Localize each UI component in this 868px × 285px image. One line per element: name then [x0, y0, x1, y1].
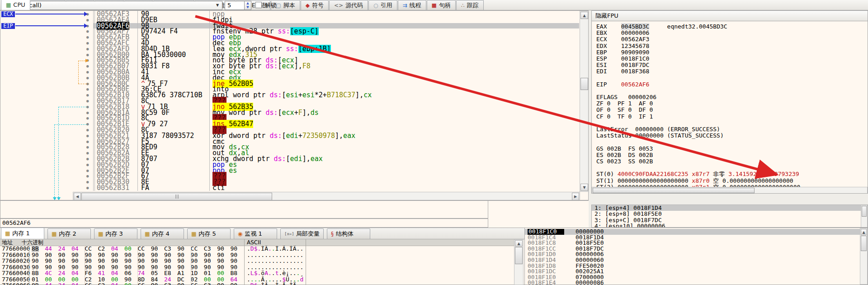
disasm-row[interactable]: ●00562B0A41inc ecx — [0, 69, 579, 75]
arguments-vscroll-thumb[interactable] — [862, 206, 867, 217]
disasm-row[interactable]: ●00562B1D8C??? — [0, 115, 579, 121]
breakpoint-dot[interactable]: ● — [86, 144, 89, 150]
register-line[interactable]: ESI 0018F7DC — [596, 62, 867, 68]
dump-row[interactable]: 776600608B442404CCC20400CC90C390CCC39090… — [0, 282, 514, 285]
tab-mem1[interactable]: ▦内存 1 — [1, 228, 44, 239]
tab-threads[interactable]: ⇉线程 — [398, 0, 426, 10]
arguments-list[interactable]: 1: [esp+4] 0018F1D42: [esp+8] 0018F5E03:… — [591, 204, 868, 228]
disasm-vscroll-thumb[interactable] — [580, 78, 588, 90]
breakpoint-dot[interactable]: ● — [86, 139, 89, 145]
tab-mem5[interactable]: ▦内存 5 — [187, 228, 231, 239]
register-line[interactable]: GS 002B FS 0053 — [596, 146, 867, 152]
disassembly-pane[interactable]: ●00562AF390nop●00562AF4D9EBfldpi●00562AF… — [0, 10, 589, 200]
calling-convention-select[interactable]: 默认 (stdcall) ▼ — [1, 1, 222, 10]
register-line[interactable]: CF 0 TF 0 IF 1 — [596, 114, 867, 120]
register-line[interactable]: EBP 90909090 — [596, 49, 867, 56]
registers-horizontal-scrollbar[interactable] — [592, 187, 868, 194]
register-line[interactable]: ZF 0 PF 1 AF 0 — [596, 100, 867, 107]
breakpoint-dot[interactable]: ● — [86, 115, 89, 121]
breakpoint-dot[interactable]: ● — [86, 156, 89, 162]
disasm-row[interactable]: ●00562AF4D9EBfldpi — [0, 17, 579, 23]
argument-row[interactable]: 4: [esp+10] 00000006 — [592, 223, 868, 228]
register-line[interactable]: LastError 00000000 (ERROR_SUCCESS) — [596, 126, 867, 133]
register-line[interactable]: ESP 0018F1C0 — [596, 56, 867, 62]
breakpoint-dot[interactable]: ● — [86, 28, 89, 34]
register-line[interactable]: CS 0023 SS 002B — [596, 158, 867, 165]
tab-struct[interactable]: §结构体 — [327, 228, 370, 239]
tab-references[interactable]: ○引用 — [368, 0, 397, 10]
arg-count-spin-buttons[interactable]: ▲▼ — [245, 1, 251, 10]
registers-pane[interactable]: 隐藏FPU EAX 0045BD3C eqnedt32.0045BD3CEBX … — [591, 10, 868, 194]
scroll-up-button[interactable]: ▲ — [515, 240, 523, 247]
breakpoint-dot[interactable]: ● — [86, 98, 89, 104]
scroll-up-button[interactable]: ▲ — [861, 229, 867, 235]
disasm-row[interactable]: ●00562AF7D97424 F4fnstenv m28 ptr ss:[es… — [0, 28, 579, 34]
tab-trace[interactable]: ∴跟踪 — [456, 0, 484, 10]
registers-hscroll-thumb[interactable] — [593, 188, 755, 193]
disasm-row[interactable]: ●00562B2E07pop es — [0, 168, 579, 174]
disasm-row[interactable]: ●00562B213187 78093572xor dword ptr ds:[… — [0, 133, 579, 139]
unlock-checkbox[interactable] — [255, 2, 262, 8]
disasm-row[interactable]: ●00562AFD8D4D 1Blea ecx,dword ptr ss:[eb… — [0, 46, 579, 52]
tab-symbols[interactable]: ◆符号 — [301, 0, 329, 10]
tab-mem3[interactable]: ▦内存 3 — [94, 228, 137, 239]
disasm-row[interactable]: ●00562B1A8C59 0Fmov word ptr ds:[ecx+F],… — [0, 110, 579, 116]
register-line[interactable]: EIP 00562AF6 — [596, 81, 867, 88]
argument-row[interactable]: 2: [esp+8] 0018F5E0 — [592, 211, 868, 217]
tab-locals[interactable]: [x=]局部变量 — [280, 228, 324, 239]
dump-row[interactable]: 7766003090909090909090909090909090909090… — [0, 264, 514, 271]
breakpoint-dot[interactable]: ● — [86, 75, 89, 81]
disasm-row[interactable]: ●00562B31FAcli — [0, 185, 579, 191]
breakpoint-dot[interactable]: ● — [86, 34, 89, 40]
argument-row[interactable]: 3: [esp+C] 0018F7DC — [592, 217, 868, 223]
disasm-vertical-scrollbar[interactable]: ▲ ▼ — [580, 11, 589, 192]
dump-vertical-scrollbar[interactable]: ▲ — [514, 239, 524, 285]
register-line[interactable]: ST(1) 00000000000000000000 x87r0 空 0.000… — [596, 178, 867, 184]
register-line[interactable] — [596, 139, 867, 145]
disasm-row[interactable]: ●00562B2F67??? — [0, 173, 579, 179]
register-line[interactable]: ES 002B DS 002B — [596, 152, 867, 158]
chevron-down-icon[interactable]: ▼ — [214, 2, 221, 9]
register-line[interactable]: EBX 00000006 — [596, 30, 867, 36]
disasm-row[interactable]: ●00562B288ED9mov ds,cx — [0, 144, 579, 150]
disasm-row[interactable]: ●00562B2B8707xchg dword ptr ds:[edi],eax — [0, 156, 579, 162]
breakpoint-dot[interactable]: ● — [86, 168, 89, 174]
disasm-row[interactable]: ●00562B178C??? — [0, 98, 579, 104]
register-line[interactable]: OF 0 SF 0 DF 0 — [596, 107, 867, 113]
breakpoint-dot[interactable]: ● — [86, 179, 89, 185]
tab-mem4[interactable]: ▦内存 4 — [141, 228, 184, 239]
dump-row[interactable]: 7766002090909090909090909090909090909090… — [0, 258, 514, 264]
breakpoint-dot[interactable]: ● — [86, 52, 89, 58]
breakpoint-dot[interactable]: ● — [86, 63, 89, 69]
register-line[interactable]: ECX 00562AF3 — [596, 36, 867, 43]
scroll-right-button[interactable]: ▶ — [572, 193, 579, 200]
register-line[interactable] — [596, 88, 867, 94]
disasm-row[interactable]: ●00562B0B4Adec edx — [0, 75, 579, 81]
stack-row[interactable]: 0018F1E400000086 — [525, 280, 868, 285]
breakpoint-dot[interactable]: ● — [86, 69, 89, 75]
breakpoint-dot[interactable]: ● — [86, 185, 89, 191]
tab-mem2[interactable]: ▦内存 2 — [47, 228, 91, 239]
register-line[interactable] — [596, 75, 867, 81]
register-line[interactable]: EDI 0018F368 — [596, 68, 867, 75]
register-line[interactable]: ST(0) 4000C90FDAA22168C235 x87r7 非零 3.14… — [596, 171, 867, 177]
dump-vscroll-thumb[interactable] — [515, 247, 523, 264]
disasm-row[interactable]: ●00562B308E??? — [0, 179, 579, 185]
dump-row[interactable]: 776600008B442404CCC20400CC90C390CCC39090… — [0, 246, 514, 252]
scroll-down-button[interactable]: ▼ — [580, 184, 588, 191]
tab-cpu[interactable]: ▦CPU — [1, 0, 30, 10]
disasm-row[interactable]: ●00562B2D07pop es — [0, 162, 579, 168]
breakpoint-dot[interactable]: ● — [86, 86, 89, 92]
disasm-row[interactable]: ●00562B078031 F8xor byte ptr ds:[ecx],F8 — [0, 63, 579, 69]
breakpoint-dot[interactable]: ● — [86, 162, 89, 168]
register-line[interactable]: EDX 12345678 — [596, 43, 867, 49]
tab-watch1[interactable]: ◉监视 1 — [234, 228, 277, 239]
disasm-row[interactable]: ●00562B27F5cmc — [0, 139, 579, 145]
memory-dump-pane[interactable]: ▦内存 1▦内存 2▦内存 3▦内存 4▦内存 5◉监视 1[x=]局部变量§结… — [0, 228, 524, 285]
register-line[interactable] — [596, 165, 867, 171]
dump-row[interactable]: 7766005001000000C21000908D8424DC02000064… — [0, 276, 514, 283]
breakpoint-dot[interactable]: ● — [86, 46, 89, 52]
tab-source[interactable]: <>源代码 — [329, 0, 368, 10]
register-line[interactable]: LastStatus 00000000 (STATUS_SUCCESS) — [596, 133, 867, 139]
breakpoint-dot[interactable]: ● — [86, 127, 89, 133]
